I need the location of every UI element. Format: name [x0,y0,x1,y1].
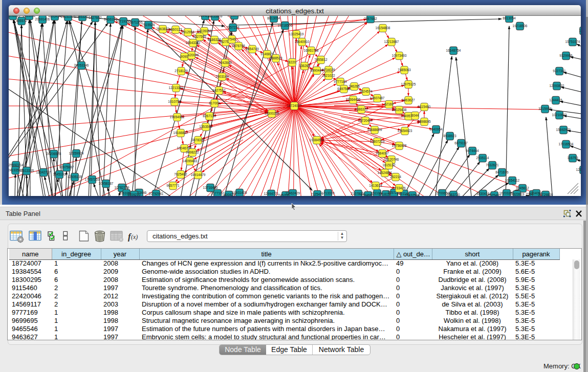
svg-text:12975125: 12975125 [401,82,416,86]
svg-text:8990444: 8990444 [310,69,323,72]
svg-text:7546: 7546 [228,37,236,41]
svg-text:(x): (x) [131,233,138,240]
svg-text:1244415: 1244415 [549,98,562,102]
svg-text:3024574: 3024574 [359,90,373,93]
svg-text:20691406: 20691406 [35,17,50,21]
svg-text:10025438: 10025438 [392,108,407,112]
svg-text:9115460: 9115460 [418,105,431,108]
svg-text:23226058: 23226058 [197,29,212,33]
svg-text:9329986: 9329986 [559,54,573,57]
svg-text:10973493: 10973493 [392,54,407,57]
svg-text:3215958: 3215958 [538,107,552,111]
svg-text:19323919: 19323919 [510,192,525,196]
svg-text:9657771: 9657771 [166,184,180,187]
svg-text:9777169: 9777169 [334,80,347,83]
svg-text:2935114: 2935114 [476,156,489,160]
svg-text:25729800: 25729800 [538,193,553,196]
svg-text:6879197: 6879197 [454,141,468,145]
svg-text:16120746: 16120746 [384,158,399,161]
svg-text:90975887: 90975887 [59,165,74,169]
svg-text:26206578: 26206578 [47,152,61,156]
svg-text:7386372: 7386372 [355,107,368,111]
svg-text:12342737: 12342737 [36,170,51,174]
svg-text:8471676: 8471676 [495,170,509,174]
svg-text:17957253: 17957253 [85,178,100,181]
svg-text:9146821: 9146821 [260,52,274,56]
svg-text:2087662: 2087662 [364,17,377,20]
svg-text:14099483: 14099483 [183,159,198,163]
svg-text:14524851: 14524851 [378,171,393,174]
svg-text:6898695: 6898695 [418,120,431,123]
svg-text:1145193: 1145193 [53,172,66,176]
svg-text:18513365: 18513365 [19,169,34,172]
svg-text:15692971: 15692971 [556,128,571,132]
svg-text:9734028: 9734028 [322,68,335,72]
svg-text:12359924: 12359924 [69,151,84,155]
svg-text:19166827: 19166827 [173,131,188,135]
svg-text:13807219: 13807219 [370,140,385,143]
svg-text:8466160: 8466160 [104,17,117,21]
svg-text:62160: 62160 [384,102,394,106]
svg-text:8660123: 8660123 [169,28,182,31]
svg-text:10958187: 10958187 [99,182,114,185]
svg-text:9227341: 9227341 [553,69,566,73]
svg-text:3912954: 3912954 [181,30,194,34]
svg-text:8938923: 8938923 [443,134,456,138]
svg-text:9474444: 9474444 [466,149,479,152]
svg-text:8813054: 8813054 [503,16,516,20]
svg-text:9245612: 9245612 [516,186,529,190]
svg-text:252214: 252214 [390,175,401,179]
svg-text:405572: 405572 [16,19,27,23]
svg-text:1353594: 1353594 [199,125,212,128]
svg-text:19756928: 19756928 [392,144,407,147]
svg-text:8220: 8220 [289,60,296,64]
svg-text:4093454: 4093454 [48,16,61,18]
svg-text:2876708: 2876708 [232,44,245,48]
svg-text:16154808: 16154808 [376,26,390,30]
svg-text:10607487: 10607487 [370,96,385,100]
svg-text:12505135: 12505135 [68,175,82,179]
svg-text:3878332: 3878332 [191,138,205,142]
svg-text:1588520: 1588520 [269,56,282,60]
svg-text:7632621: 7632621 [486,163,499,167]
svg-text:11175: 11175 [579,29,581,32]
svg-text:1527602: 1527602 [89,16,102,19]
svg-text:8267130: 8267130 [203,114,216,118]
svg-text:18724007: 18724007 [287,104,302,107]
svg-text:136265: 136265 [299,64,310,68]
svg-text:19654982: 19654982 [170,115,185,119]
svg-text:7515526: 7515526 [142,23,155,27]
svg-text:9427512: 9427512 [212,89,226,92]
svg-text:7955812: 7955812 [314,58,328,61]
svg-text:16671355: 16671355 [128,20,143,24]
svg-text:1640954: 1640954 [429,127,443,131]
svg-text:10688609: 10688609 [367,128,382,132]
svg-text:1413614: 1413614 [369,184,382,187]
svg-text:16931405: 16931405 [232,191,247,194]
svg-text:10653267: 10653267 [75,16,90,18]
svg-text:1713339: 1713339 [321,191,335,195]
svg-text:13325419: 13325419 [289,32,304,36]
svg-text:12105340: 12105340 [576,168,581,171]
svg-text:18300295: 18300295 [265,112,279,115]
svg-text:15751074: 15751074 [565,40,580,43]
svg-text:16111095: 16111095 [227,16,242,17]
svg-text:23364436: 23364436 [346,98,361,101]
svg-text:16648754: 16648754 [446,49,461,52]
svg-text:817004: 817004 [209,101,220,105]
svg-text:19384554: 19384554 [310,138,324,142]
svg-text:11462429: 11462429 [286,191,300,195]
svg-text:9498222: 9498222 [186,150,199,154]
svg-text:19218506: 19218506 [278,24,293,27]
svg-text:12093832: 12093832 [550,84,564,87]
svg-text:12994771: 12994771 [264,192,279,195]
svg-text:16640910: 16640910 [295,40,310,43]
svg-text:10782759: 10782759 [115,186,129,189]
svg-text:9242845: 9242845 [219,61,232,64]
svg-text:11437544: 11437544 [405,193,420,196]
svg-text:13654923: 13654923 [398,129,412,133]
svg-text:19218506: 19218506 [513,24,528,28]
svg-text:13151575: 13151575 [61,16,76,18]
svg-text:9327505: 9327505 [193,35,206,38]
svg-text:8813054: 8813054 [267,16,280,20]
